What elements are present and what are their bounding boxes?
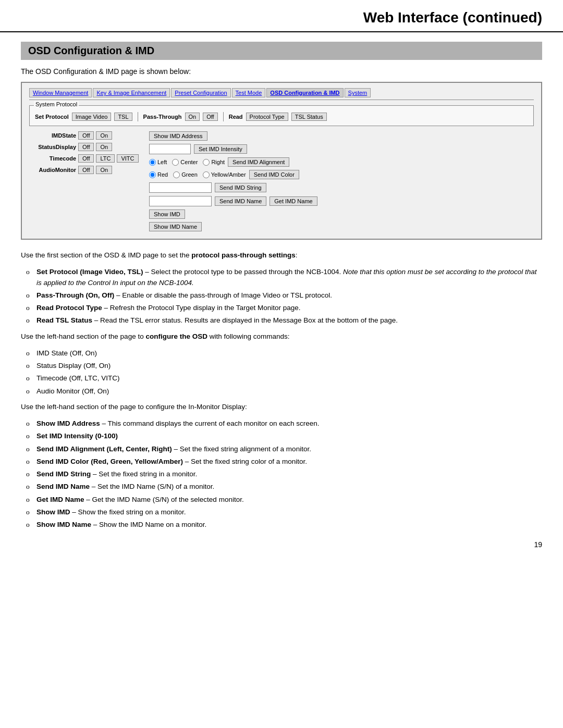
body-text-2: Use the left-hand section of the page to…: [21, 331, 542, 342]
align-right-radio[interactable]: [203, 159, 210, 166]
timecode-label: Timecode: [29, 155, 76, 162]
btn-show-imd[interactable]: Show IMD: [149, 209, 185, 219]
btn-pass-on[interactable]: On: [185, 113, 200, 121]
ui-box: Window Management Key & Image Enhancemen…: [21, 82, 542, 240]
align-center-radio[interactable]: [172, 159, 179, 166]
btn-protocol-type[interactable]: Protocol Type: [246, 113, 288, 121]
status-display-row: StatusDisplay Off On: [29, 143, 144, 151]
para1-bold: protocol pass-through settings: [191, 251, 296, 259]
align-left-radio[interactable]: [149, 159, 156, 166]
imd-bullets: Show IMD Address – This command displays…: [21, 418, 542, 530]
imd-bullet-show-name: Show IMD Name – Show the IMD Name on a m…: [36, 520, 542, 530]
btn-tsl-status[interactable]: TSL Status: [291, 113, 327, 121]
set-imd-intensity-row: Set IMD Intensity: [149, 144, 534, 154]
imd-bullet-string: Send IMD String – Set the fixed string i…: [36, 469, 542, 479]
osd-bullet-1: IMD State (Off, On): [36, 348, 542, 359]
imd-bullet-send-name: Send IMD Name – Set the IMD Name (S/N) o…: [36, 482, 542, 492]
tab-system[interactable]: System: [345, 88, 371, 97]
status-display-label: StatusDisplay: [29, 144, 76, 150]
color-red-radio[interactable]: [149, 171, 156, 178]
imd-intensity-input[interactable]: [149, 144, 191, 154]
color-green-radio[interactable]: [173, 171, 180, 178]
page-title: Web Interface (continued): [21, 9, 542, 26]
imd-state-off[interactable]: Off: [78, 131, 94, 140]
imd-state-label: IMDState: [29, 132, 76, 139]
color-row: Red Green Yellow/Amber Send IMD Color: [149, 170, 534, 179]
alignment-radio-group: Left Center Right: [149, 159, 225, 166]
status-display-on[interactable]: On: [96, 143, 112, 151]
imd-bullet-get-name: Get IMD Name – Get the IMD Name (S/N) of…: [36, 495, 542, 505]
alignment-row: Left Center Right Send IMD Alignment: [149, 157, 534, 167]
btn-send-imd-color[interactable]: Send IMD Color: [249, 170, 299, 179]
imd-bullet-set-intensity: Set IMD Intensity (0-100): [36, 431, 542, 441]
left-section: IMDState Off On StatusDisplay Off On Tim…: [29, 131, 144, 231]
status-display-off[interactable]: Off: [78, 143, 94, 151]
timecode-row: Timecode Off LTC VITC: [29, 154, 144, 163]
tab-key-image-enhancement[interactable]: Key & Image Enhancement: [93, 88, 170, 97]
color-red-label[interactable]: Red: [149, 171, 168, 178]
bullet-read-tsl-status: Read TSL Status – Read the TSL error sta…: [36, 315, 542, 326]
tab-test-mode[interactable]: Test Mode: [232, 88, 266, 97]
read-label: Read: [229, 114, 243, 120]
btn-send-imd-alignment[interactable]: Send IMD Alignment: [228, 157, 289, 167]
align-left-label[interactable]: Left: [149, 159, 167, 166]
btn-tsl[interactable]: TSL: [114, 113, 132, 121]
align-center-label[interactable]: Center: [172, 159, 198, 166]
show-imd-address-row: Show IMD Address: [149, 131, 534, 141]
set-protocol-label: Set Protocol: [35, 114, 69, 120]
btn-show-imd-address[interactable]: Show IMD Address: [149, 131, 207, 141]
timecode-vitc[interactable]: VITC: [117, 154, 138, 163]
show-imd-row: Show IMD: [149, 209, 534, 219]
osd-bullet-3: Timecode (Off, LTC, VITC): [36, 373, 542, 384]
imd-string-input[interactable]: [149, 182, 212, 193]
page-header: Web Interface (continued): [0, 0, 563, 32]
para2-bold: configure the OSD: [145, 332, 207, 340]
btn-set-imd-intensity[interactable]: Set IMD Intensity: [194, 144, 247, 154]
bullet-pass-through: Pass-Through (On, Off) – Enable or disab…: [36, 290, 542, 301]
right-section: Show IMD Address Set IMD Intensity Left …: [149, 131, 534, 231]
btn-send-imd-string[interactable]: Send IMD String: [215, 183, 266, 192]
protocol-row: Set Protocol Image Video TSL Pass-Throug…: [35, 112, 528, 121]
btn-pass-off[interactable]: Off: [203, 113, 217, 121]
bullet-read-protocol-type: Read Protocol Type – Refresh the Protoco…: [36, 303, 542, 313]
show-imd-name-row: Show IMD Name: [149, 222, 534, 231]
btn-send-imd-name[interactable]: Send IMD Name: [215, 196, 266, 206]
timecode-ltc[interactable]: LTC: [96, 154, 115, 163]
audio-monitor-off[interactable]: Off: [78, 166, 94, 174]
tab-preset-configuration[interactable]: Preset Configuration: [171, 88, 230, 97]
osd-bullet-4: Audio Monitor (Off, On): [36, 386, 542, 397]
body-text-3: Use the left-hand section of the page to…: [21, 402, 542, 412]
para2: Use the left-hand section of the page to…: [21, 331, 542, 342]
system-protocol-group: System Protocol Set Protocol Image Video…: [29, 105, 534, 126]
imd-bullet-color: Send IMD Color (Red, Green, Yellow/Amber…: [36, 456, 542, 467]
nav-tabs: Window Management Key & Image Enhancemen…: [29, 88, 534, 100]
btn-show-imd-name[interactable]: Show IMD Name: [149, 222, 202, 231]
protocol-bullets: Set Protocol (Image Video, TSL) – Select…: [21, 267, 542, 326]
bullet-set-protocol: Set Protocol (Image Video, TSL) – Select…: [36, 267, 542, 288]
section-title: OSD Configuration & IMD: [21, 42, 542, 60]
imd-state-on[interactable]: On: [96, 131, 112, 140]
tab-window-management[interactable]: Window Management: [29, 88, 92, 97]
timecode-off[interactable]: Off: [78, 154, 94, 163]
imd-string-row: Send IMD String: [149, 182, 534, 193]
para3: Use the left-hand section of the page to…: [21, 402, 542, 412]
body-text: Use the first section of the OSD & IMD p…: [21, 250, 542, 261]
tab-osd-configuration[interactable]: OSD Configuration & IMD: [266, 88, 343, 97]
intro-text: The OSD Configuration & IMD page is show…: [21, 67, 542, 76]
imd-bullet-alignment: Send IMD Alignment (Left, Center, Right)…: [36, 444, 542, 454]
pass-through-label: Pass-Through: [143, 114, 182, 120]
imd-bullet-show-address: Show IMD Address – This command displays…: [36, 418, 542, 429]
btn-get-imd-name[interactable]: Get IMD Name: [270, 196, 317, 206]
btn-image-video[interactable]: Image Video: [72, 113, 112, 121]
color-green-label[interactable]: Green: [173, 171, 198, 178]
imd-name-input[interactable]: [149, 196, 212, 206]
align-right-label[interactable]: Right: [203, 159, 225, 166]
osd-bullets: IMD State (Off, On) Status Display (Off,…: [21, 348, 542, 397]
color-yellow-radio[interactable]: [203, 171, 210, 178]
color-yellow-label[interactable]: Yellow/Amber: [203, 171, 246, 178]
separator: [138, 112, 138, 121]
separator2: [223, 112, 224, 121]
page-number: 19: [0, 535, 563, 554]
audio-monitor-on[interactable]: On: [96, 166, 112, 174]
audio-monitor-row: AudioMonitor Off On: [29, 166, 144, 174]
